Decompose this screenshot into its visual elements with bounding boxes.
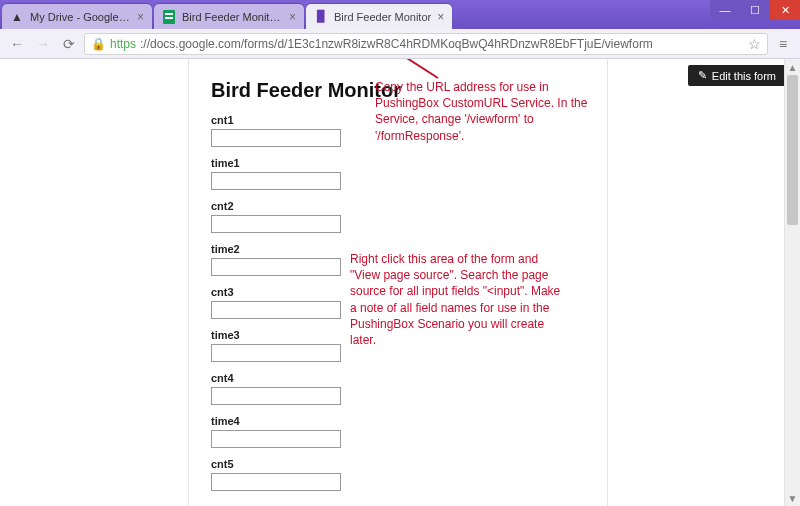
vertical-scrollbar[interactable]: ▲ ▼ — [784, 59, 800, 506]
back-button[interactable]: ← — [6, 33, 28, 55]
scrollbar-track[interactable] — [785, 75, 800, 490]
cnt2-input[interactable] — [211, 215, 341, 233]
scroll-up-icon[interactable]: ▲ — [785, 59, 800, 75]
page-viewport: ✎ Edit this form Bird Feeder Monitor cnt… — [0, 59, 800, 506]
url-path: ://docs.google.com/forms/d/1E3c1nzwR8izw… — [140, 37, 744, 51]
time4-input[interactable] — [211, 430, 341, 448]
close-icon[interactable]: × — [289, 10, 296, 24]
reload-button[interactable]: ⟳ — [58, 33, 80, 55]
edit-form-label: Edit this form — [712, 70, 776, 82]
url-scheme: https — [110, 37, 136, 51]
field-label: cnt5 — [211, 458, 587, 470]
address-bar[interactable]: 🔒 https ://docs.google.com/forms/d/1E3c1… — [84, 33, 768, 55]
tab-label: My Drive - Google Drive — [30, 11, 131, 23]
tab-label: Bird Feeder Monitor - Goo — [182, 11, 283, 23]
drive-icon: ▲ — [10, 10, 24, 24]
minimize-button[interactable]: — — [710, 0, 740, 20]
cnt5-input[interactable] — [211, 473, 341, 491]
browser-toolbar: ← → ⟳ 🔒 https ://docs.google.com/forms/d… — [0, 29, 800, 59]
pencil-icon: ✎ — [698, 69, 707, 82]
tab-sheet[interactable]: Bird Feeder Monitor - Goo × — [154, 4, 304, 29]
time3-input[interactable] — [211, 344, 341, 362]
maximize-button[interactable]: ☐ — [740, 0, 770, 20]
sheets-icon — [162, 10, 176, 24]
window-controls: — ☐ ✕ — [710, 0, 800, 20]
close-window-button[interactable]: ✕ — [770, 0, 800, 20]
annotation-source: Right click this area of the form and "V… — [350, 251, 570, 348]
form-field: time4 — [211, 415, 587, 448]
tab-drive[interactable]: ▲ My Drive - Google Drive × — [2, 4, 152, 29]
edit-form-button[interactable]: ✎ Edit this form — [688, 65, 786, 86]
form-icon: ▉ — [314, 10, 328, 24]
cnt3-input[interactable] — [211, 301, 341, 319]
field-label: time4 — [211, 415, 587, 427]
cnt1-input[interactable] — [211, 129, 341, 147]
annotation-url: Copy the URL address for use in PushingB… — [375, 79, 595, 144]
field-label: cnt2 — [211, 200, 587, 212]
lock-icon: 🔒 — [91, 37, 106, 51]
bookmark-star-icon[interactable]: ☆ — [748, 36, 761, 52]
cnt4-input[interactable] — [211, 387, 341, 405]
form-field: cnt5 — [211, 458, 587, 491]
scroll-down-icon[interactable]: ▼ — [785, 490, 800, 506]
time2-input[interactable] — [211, 258, 341, 276]
svg-line-0 — [374, 59, 438, 78]
scrollbar-thumb[interactable] — [787, 75, 798, 225]
form-field: cnt4 — [211, 372, 587, 405]
chrome-menu-button[interactable]: ≡ — [772, 33, 794, 55]
close-icon[interactable]: × — [137, 10, 144, 24]
tab-label: Bird Feeder Monitor — [334, 11, 431, 23]
tab-form-active[interactable]: ▉ Bird Feeder Monitor × — [306, 4, 452, 29]
field-label: cnt4 — [211, 372, 587, 384]
form-field: time1 — [211, 157, 587, 190]
close-icon[interactable]: × — [437, 10, 444, 24]
form-field: cnt2 — [211, 200, 587, 233]
browser-titlebar: ▲ My Drive - Google Drive × Bird Feeder … — [0, 0, 800, 29]
field-label: time1 — [211, 157, 587, 169]
forward-button[interactable]: → — [32, 33, 54, 55]
time1-input[interactable] — [211, 172, 341, 190]
